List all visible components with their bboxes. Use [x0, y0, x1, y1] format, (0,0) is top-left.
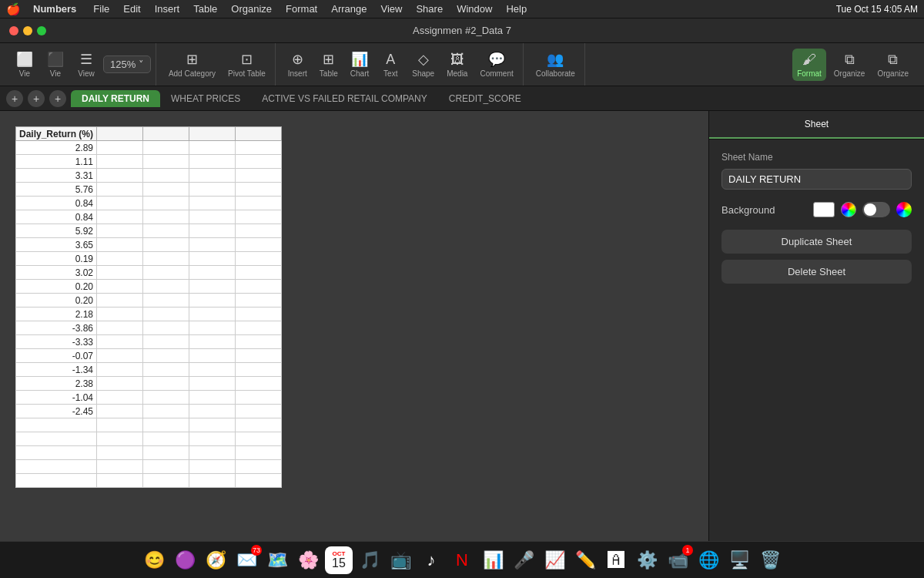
- table-row[interactable]: 5.92: [16, 224, 97, 238]
- table-row[interactable]: 2.89: [16, 141, 97, 155]
- tab-credit-score[interactable]: CREDIT_SCORE: [438, 90, 532, 107]
- table-cell[interactable]: [236, 391, 282, 405]
- table-cell[interactable]: [189, 294, 236, 307]
- table-row[interactable]: -1.34: [16, 363, 97, 377]
- table-cell[interactable]: [97, 280, 143, 294]
- table-cell[interactable]: [143, 210, 189, 224]
- table-cell[interactable]: [97, 266, 143, 280]
- table-cell-empty[interactable]: [16, 474, 97, 488]
- table-cell-empty[interactable]: [189, 418, 236, 432]
- table-cell[interactable]: [97, 363, 143, 377]
- background-color-picker-2[interactable]: [896, 202, 912, 217]
- table-cell[interactable]: [189, 405, 236, 418]
- table-cell[interactable]: [236, 197, 282, 210]
- table-row[interactable]: 3.65: [16, 238, 97, 252]
- app-name[interactable]: Numbers: [27, 2, 82, 16]
- dock-numbers[interactable]: 📊: [479, 546, 507, 574]
- apple-icon[interactable]: 🍎: [6, 2, 21, 16]
- table-cell[interactable]: [143, 391, 189, 405]
- comment-btn[interactable]: 💬 Comment: [475, 48, 517, 81]
- table-row[interactable]: -3.86: [16, 321, 97, 335]
- dock-photos[interactable]: 🌸: [294, 546, 322, 574]
- add-sheet-left-btn2[interactable]: +: [28, 90, 45, 107]
- view-btn-1[interactable]: ⬜ Vie: [11, 48, 38, 81]
- table-cell[interactable]: [143, 349, 189, 363]
- table-cell[interactable]: [97, 294, 143, 307]
- table-cell-empty[interactable]: [236, 432, 282, 446]
- delete-sheet-button[interactable]: Delete Sheet: [721, 260, 912, 284]
- menu-view[interactable]: View: [374, 2, 408, 16]
- table-cell-empty[interactable]: [236, 474, 282, 488]
- table-cell[interactable]: [97, 155, 143, 169]
- shape-btn[interactable]: ◇ Shape: [407, 48, 439, 81]
- table-cell[interactable]: [236, 377, 282, 391]
- table-cell[interactable]: [189, 307, 236, 321]
- table-cell[interactable]: [189, 363, 236, 377]
- background-color-white[interactable]: [813, 202, 835, 217]
- dock-facetime[interactable]: 📹 1: [664, 546, 691, 574]
- table-cell-empty[interactable]: [189, 460, 236, 474]
- table-cell[interactable]: [236, 252, 282, 266]
- table-cell[interactable]: [143, 266, 189, 280]
- table-cell[interactable]: [189, 391, 236, 405]
- insert-btn[interactable]: ⊕ Insert: [283, 48, 312, 81]
- duplicate-sheet-button[interactable]: Duplicate Sheet: [721, 230, 912, 254]
- sheet-area[interactable]: Daily_Return (%) 2.891.113.315.760.840.8…: [0, 111, 708, 541]
- tab-wheat-prices[interactable]: WHEAT PRICES: [160, 90, 251, 107]
- menu-window[interactable]: Window: [450, 2, 498, 16]
- table-cell-empty[interactable]: [143, 418, 189, 432]
- background-color-picker[interactable]: [841, 202, 856, 217]
- table-cell-empty[interactable]: [143, 474, 189, 488]
- table-cell-empty[interactable]: [236, 418, 282, 432]
- format-btn[interactable]: 🖌 Format: [792, 49, 826, 81]
- tab-active-vs-failed[interactable]: ACTIVE VS FAILED RETAIL COMPANY: [251, 90, 438, 107]
- table-cell[interactable]: [97, 391, 143, 405]
- table-row[interactable]: -1.04: [16, 391, 97, 405]
- window-controls[interactable]: [9, 26, 46, 35]
- table-cell-empty[interactable]: [16, 446, 97, 460]
- table-cell[interactable]: [189, 280, 236, 294]
- table-cell-empty[interactable]: [97, 432, 143, 446]
- table-cell-empty[interactable]: [143, 432, 189, 446]
- table-cell[interactable]: [143, 280, 189, 294]
- table-cell-empty[interactable]: [97, 446, 143, 460]
- collaborate-btn[interactable]: 👥 Collaborate: [531, 48, 580, 81]
- table-cell[interactable]: [236, 169, 282, 183]
- maximize-button[interactable]: [37, 26, 46, 35]
- table-row[interactable]: 0.20: [16, 294, 97, 307]
- dock-trash[interactable]: 🗑️: [756, 546, 784, 574]
- table-cell-empty[interactable]: [16, 432, 97, 446]
- table-cell[interactable]: [143, 294, 189, 307]
- table-cell[interactable]: [236, 335, 282, 349]
- table-cell[interactable]: [97, 377, 143, 391]
- table-cell[interactable]: [236, 210, 282, 224]
- menu-share[interactable]: Share: [410, 2, 449, 16]
- table-cell[interactable]: [236, 238, 282, 252]
- dock-stocks[interactable]: 📈: [541, 546, 568, 574]
- table-row[interactable]: 0.84: [16, 210, 97, 224]
- table-cell[interactable]: [143, 307, 189, 321]
- menu-format[interactable]: Format: [280, 2, 323, 16]
- table-cell[interactable]: [143, 377, 189, 391]
- table-cell[interactable]: [143, 169, 189, 183]
- dock-news[interactable]: N: [448, 546, 476, 574]
- table-cell[interactable]: [236, 266, 282, 280]
- table-cell[interactable]: [189, 238, 236, 252]
- table-cell[interactable]: [189, 252, 236, 266]
- tab-daily-return[interactable]: DAILY RETURN: [71, 90, 160, 107]
- table-cell[interactable]: [236, 307, 282, 321]
- table-cell-empty[interactable]: [97, 474, 143, 488]
- text-btn[interactable]: A Text: [377, 49, 404, 81]
- table-cell[interactable]: [97, 183, 143, 197]
- table-row[interactable]: -3.33: [16, 335, 97, 349]
- table-cell[interactable]: [97, 169, 143, 183]
- table-cell[interactable]: [143, 183, 189, 197]
- menu-table[interactable]: Table: [187, 2, 223, 16]
- table-cell[interactable]: [189, 321, 236, 335]
- table-cell[interactable]: [236, 405, 282, 418]
- table-cell[interactable]: [143, 405, 189, 418]
- add-category-btn[interactable]: ⊞ Add Category: [164, 48, 220, 81]
- table-cell-empty[interactable]: [16, 418, 97, 432]
- table-row[interactable]: 5.76: [16, 183, 97, 197]
- table-row[interactable]: 1.11: [16, 155, 97, 169]
